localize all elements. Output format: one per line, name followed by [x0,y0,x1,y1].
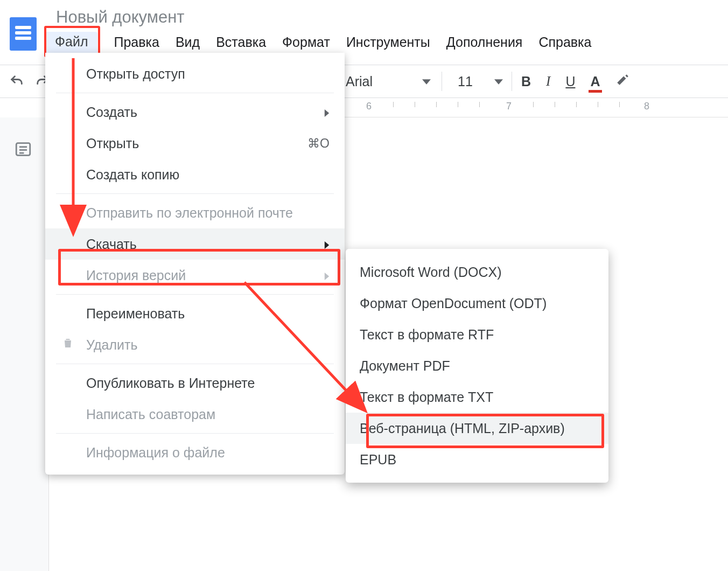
submenu-item-epub[interactable]: EPUB [346,444,608,475]
menu-item-publish[interactable]: Опубликовать в Интернете [45,367,345,399]
docs-logo[interactable] [10,17,37,51]
text-color-swatch [589,90,601,93]
left-sidebar [0,117,49,571]
ruler-mark: 7 [506,101,512,112]
menu-separator [56,193,334,194]
menu-item-download[interactable]: Скачать [45,228,345,260]
caret-down-icon [422,74,431,89]
menu-separator [56,294,334,295]
divider [512,72,512,91]
ruler: 6 7 8 [345,99,728,117]
menu-item-share[interactable]: Открыть доступ [45,58,345,89]
menu-insert[interactable]: Вставка [216,34,266,50]
menu-item-delete: Удалить [45,329,345,360]
menu-addons[interactable]: Дополнения [446,34,523,50]
caret-down-icon [494,74,503,89]
doc-title[interactable]: Новый документ [56,8,185,27]
submenu-item-docx[interactable]: Microsoft Word (DOCX) [346,256,608,288]
file-menu-dropdown: Открыть доступ Создать Открыть ⌘O Создат… [45,53,345,475]
format-group: B I U A [521,73,629,90]
menu-view[interactable]: Вид [176,34,200,50]
menu-file[interactable]: Файл [45,32,97,53]
document-outline-icon[interactable] [14,140,32,158]
submenu-item-txt[interactable]: Текст в формате TXT [346,381,608,413]
menu-item-makecopy[interactable]: Создать копию [45,159,345,190]
download-submenu: Microsoft Word (DOCX) Формат OpenDocumen… [346,249,608,483]
menu-separator [56,93,334,93]
menu-item-email: Отправить по электронной почте [45,197,345,228]
submenu-arrow-icon [323,268,331,283]
submenu-item-html[interactable]: Веб-страница (HTML, ZIP-архив) [346,413,608,444]
menu-edit[interactable]: Правка [114,34,159,50]
menu-separator [56,433,334,434]
menu-item-emailcollab: Написать соавторам [45,399,345,430]
menu-help[interactable]: Справка [538,34,591,50]
font-name: Arial [346,74,373,89]
text-color-letter: A [590,74,600,89]
menubar: Файл Правка Вид Вставка Формат Инструмен… [45,31,591,53]
submenu-arrow-icon [323,105,331,120]
menu-format[interactable]: Формат [282,34,330,50]
highlight-color-icon[interactable] [615,73,629,90]
font-select[interactable]: Arial [346,74,431,89]
menu-tools[interactable]: Инструменты [346,34,430,50]
submenu-arrow-icon [323,236,331,252]
ruler-mark: 6 [366,101,372,112]
menu-item-open[interactable]: Открыть ⌘O [45,128,345,159]
submenu-item-pdf[interactable]: Документ PDF [346,350,608,381]
menu-item-history[interactable]: История версий [45,260,345,291]
shortcut-label: ⌘O [307,136,330,151]
menu-item-details[interactable]: Информация о файле [45,437,345,468]
italic-button[interactable]: I [546,74,550,89]
menu-item-new[interactable]: Создать [45,96,345,128]
bold-button[interactable]: B [521,74,531,89]
font-size-value: 11 [458,74,473,89]
underline-button[interactable]: U [565,74,575,89]
submenu-item-rtf[interactable]: Текст в формате RTF [346,319,608,350]
ruler-mark: 8 [644,101,650,112]
menu-item-rename[interactable]: Переименовать [45,298,345,329]
trash-icon [61,337,74,353]
font-size-select[interactable]: 11 [458,74,503,89]
menu-separator [56,364,334,364]
text-color-button[interactable]: A [590,74,600,89]
divider [442,72,442,91]
undo-icon[interactable] [8,72,26,90]
submenu-item-odt[interactable]: Формат OpenDocument (ODT) [346,288,608,319]
